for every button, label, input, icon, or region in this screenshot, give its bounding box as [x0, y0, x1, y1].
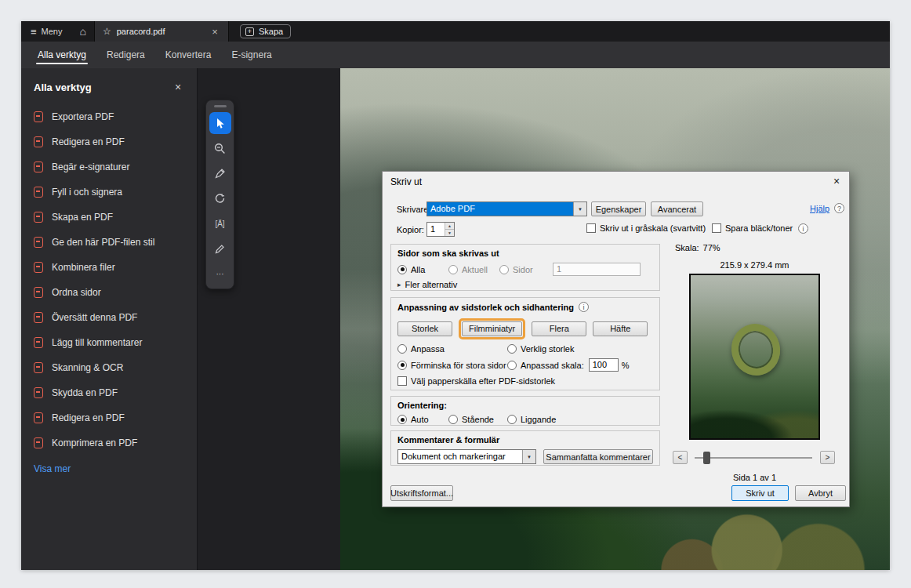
- comments-group: Kommentarer & formulär Dokument och mark…: [390, 430, 660, 466]
- radio-all-pages[interactable]: Alla: [397, 265, 448, 274]
- sidebar-item-skydda-pdf[interactable]: Skydda en PDF: [21, 380, 197, 405]
- custom-scale-input[interactable]: 100: [589, 358, 619, 372]
- add-comments-icon: [34, 337, 43, 348]
- sidebar-item-label: Redigera en PDF: [52, 412, 125, 423]
- all-tools-panel: Alla verktyg × Exportera PDF Redigera en…: [21, 68, 198, 570]
- radio-fit[interactable]: Anpassa: [397, 344, 507, 354]
- dropdown-arrow-icon[interactable]: ▼: [573, 202, 586, 216]
- print-button[interactable]: Skriv ut: [731, 485, 789, 501]
- quick-tools-toolbar: [Ä] ···: [205, 100, 234, 289]
- radio-portrait[interactable]: Stående: [448, 415, 507, 424]
- poster-button-callout: Filmminiatyr: [459, 318, 525, 339]
- export-pdf-icon: [34, 111, 43, 122]
- tab-konvertera[interactable]: Konvertera: [155, 42, 222, 68]
- comments-group-title: Kommentarer & formulär: [397, 435, 653, 445]
- page-setup-button[interactable]: Utskriftsformat...: [390, 485, 453, 501]
- close-panel-icon[interactable]: ×: [172, 81, 184, 93]
- page-range-input[interactable]: 1: [553, 263, 641, 276]
- create-button[interactable]: + Skapa: [240, 24, 291, 38]
- properties-button[interactable]: Egenskaper: [591, 201, 646, 216]
- radio-auto[interactable]: Auto: [397, 415, 448, 424]
- sidebar-item-label: Begär e-signaturer: [52, 162, 129, 172]
- sidebar-item-komprimera-pdf[interactable]: Komprimera en PDF: [21, 430, 197, 456]
- sidebar-item-label: Komprimera en PDF: [52, 437, 137, 448]
- sidebar-item-fyll-i-och-signera[interactable]: Fyll i och signera: [21, 180, 197, 205]
- hamburger-icon: ≡: [31, 26, 37, 38]
- radio-page-range[interactable]: Sidor: [499, 265, 548, 274]
- sidebar-item-begar-esignaturer[interactable]: Begär e-signaturer: [21, 154, 197, 180]
- more-tools-button[interactable]: ···: [209, 263, 231, 285]
- zoom-tool[interactable]: [209, 137, 231, 159]
- grayscale-label: Skriv ut i gråskala (svartvitt): [600, 223, 706, 233]
- copies-stepper[interactable]: 1 ▲ ▼: [426, 222, 455, 237]
- menu-button[interactable]: ≡ Meny: [21, 21, 72, 42]
- dropdown-arrow-icon[interactable]: ▼: [522, 450, 535, 463]
- page-slider-track[interactable]: [695, 457, 812, 459]
- info-icon[interactable]: i: [798, 223, 808, 234]
- comments-select[interactable]: Dokument och markeringar ▼: [397, 449, 536, 464]
- save-ink-checkbox[interactable]: Spara bläck/toner: [712, 223, 793, 233]
- sidebar-item-ordna-sidor[interactable]: Ordna sidor: [21, 280, 197, 305]
- close-tab-icon[interactable]: ×: [209, 26, 220, 38]
- more-options-toggle[interactable]: ▸ Fler alternativ: [397, 280, 653, 289]
- sidebar-item-redigera-bort-pdf[interactable]: Redigera en PDF: [21, 405, 197, 430]
- highlighter-tool[interactable]: [209, 162, 231, 184]
- spin-up-icon[interactable]: ▲: [445, 223, 454, 230]
- tab-e-signera[interactable]: E-signera: [221, 42, 281, 68]
- summarize-comments-button[interactable]: Sammanfatta kommentarer: [543, 449, 653, 464]
- size-button[interactable]: Storlek: [397, 321, 452, 336]
- select-tool[interactable]: [209, 112, 231, 134]
- multiple-button[interactable]: Flera: [532, 321, 586, 336]
- sidebar-item-label: Skapa en PDF: [52, 212, 113, 223]
- sidebar-item-lagg-till-kommentarer[interactable]: Lägg till kommentarer: [21, 330, 197, 355]
- help-link[interactable]: Hjälp: [810, 204, 829, 213]
- checkbox-icon: [397, 376, 407, 386]
- poster-button[interactable]: Filmminiatyr: [462, 321, 522, 336]
- printer-select[interactable]: Adobe PDF ▼: [426, 201, 587, 216]
- organize-pages-icon: [34, 287, 43, 298]
- star-icon[interactable]: ☆: [103, 26, 111, 37]
- sidebar-item-redigera-pdf[interactable]: Redigera en PDF: [21, 129, 197, 154]
- document-tab[interactable]: ☆ paracord.pdf ×: [94, 21, 229, 42]
- radio-landscape[interactable]: Liggande: [507, 415, 556, 424]
- cancel-button[interactable]: Avbryt: [795, 485, 846, 501]
- info-icon[interactable]: i: [579, 302, 589, 312]
- dialog-close-icon[interactable]: ×: [829, 175, 844, 187]
- radio-shrink-oversized[interactable]: Förminska för stora sidor: [397, 361, 507, 370]
- dialog-titlebar[interactable]: Skriv ut ×: [383, 172, 849, 191]
- radio-actual-size[interactable]: Verklig storlek: [507, 344, 574, 354]
- spin-down-icon[interactable]: ▼: [445, 230, 454, 236]
- show-more-link[interactable]: Visa mer: [21, 456, 197, 482]
- next-page-button[interactable]: >: [820, 451, 835, 464]
- copies-value[interactable]: 1: [427, 223, 445, 236]
- pencil-tool[interactable]: [209, 238, 231, 260]
- tab-label: Redigera: [107, 49, 145, 60]
- sidebar-item-skapa-pdf[interactable]: Skapa en PDF: [21, 205, 197, 230]
- sidebar-item-label: Skydda en PDF: [52, 387, 118, 398]
- sizing-group-title: Anpassning av sidstorlek och sidhanterin…: [397, 303, 574, 312]
- home-button[interactable]: ⌂: [72, 21, 94, 42]
- sidebar-item-ge-pdf-stil[interactable]: Ge den här PDF-filen stil: [21, 230, 197, 255]
- page-slider-handle[interactable]: [703, 452, 710, 464]
- help-icon[interactable]: ?: [834, 203, 844, 213]
- text-select-tool[interactable]: [Ä]: [209, 212, 231, 234]
- tab-redigera[interactable]: Redigera: [96, 42, 155, 68]
- checkbox-icon: [712, 223, 721, 233]
- screen: ≡ Meny ⌂ ☆ paracord.pdf × + Skapa Alla v…: [0, 0, 911, 588]
- text-tool-icon: [Ä]: [215, 220, 224, 228]
- radio-label: Verklig storlek: [521, 344, 574, 354]
- previous-page-button[interactable]: <: [673, 451, 688, 464]
- tab-alla-verktyg[interactable]: Alla verktyg: [27, 42, 96, 68]
- sidebar-item-kombinera-filer[interactable]: Kombinera filer: [21, 255, 197, 280]
- sidebar-item-oversatt-pdf[interactable]: Översätt denna PDF: [21, 305, 197, 330]
- booklet-button[interactable]: Häfte: [593, 321, 648, 336]
- grayscale-checkbox[interactable]: Skriv ut i gråskala (svartvitt): [586, 223, 706, 233]
- paper-source-checkbox[interactable]: Välj papperskälla efter PDF-sidstorlek: [397, 376, 555, 386]
- loop-select-tool[interactable]: [209, 187, 231, 209]
- toolbar-drag-handle[interactable]: [214, 105, 227, 107]
- radio-current-page[interactable]: Aktuell: [448, 265, 499, 274]
- sidebar-item-exportera-pdf[interactable]: Exportera PDF: [21, 104, 197, 129]
- advanced-button[interactable]: Avancerat: [651, 201, 703, 216]
- sidebar-item-skanning-ocr[interactable]: Skanning & OCR: [21, 355, 197, 380]
- radio-custom-scale[interactable]: Anpassad skala:: [507, 361, 584, 370]
